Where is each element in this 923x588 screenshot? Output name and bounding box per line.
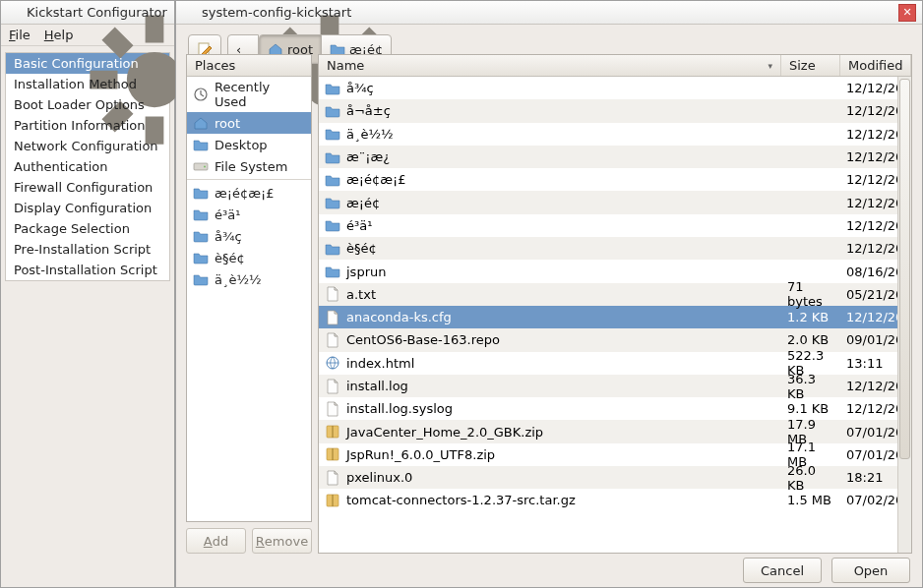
places-item[interactable]: File System xyxy=(187,155,311,177)
file-list-header: Name▾ Size Modified xyxy=(319,55,911,77)
folder-icon xyxy=(325,172,340,188)
zip-icon xyxy=(325,493,340,508)
file-chooser-window: system-config-kickstart ✕ ‹ rootæ¡é¢ Pla… xyxy=(175,0,923,588)
file-name: æ¡é¢ xyxy=(346,196,380,210)
file-name: jsprun xyxy=(346,265,386,279)
file-row[interactable]: è§é¢12/12/2013 xyxy=(319,237,911,260)
folder-icon xyxy=(325,195,340,210)
places-list: Places Recently UsedrootDesktopFile Syst… xyxy=(186,54,312,522)
places-item[interactable]: å¾ç xyxy=(187,225,311,247)
file-icon xyxy=(325,310,340,325)
column-header-size[interactable]: Size xyxy=(781,55,840,76)
file-row[interactable]: install.log36.3 KB12/12/2013 xyxy=(319,375,911,397)
sort-indicator-icon: ▾ xyxy=(768,61,772,71)
kickstart-title: Kickstart Configurator xyxy=(27,5,167,20)
nav-item[interactable]: Package Selection xyxy=(6,218,169,239)
kickstart-configurator-window: Kickstart Configurator File Help Basic C… xyxy=(0,0,175,588)
file-row[interactable]: anaconda-ks.cfg1.2 KB12/12/2013 xyxy=(319,306,911,328)
file-size: 1.5 MB xyxy=(781,493,840,507)
folder-icon xyxy=(193,228,209,244)
file-name: index.html xyxy=(346,356,414,371)
places-item-label: Recently Used xyxy=(215,80,305,109)
file-name: è§é¢ xyxy=(346,241,377,256)
folder-icon xyxy=(325,103,340,119)
file-name: æ¡é¢æ¡£ xyxy=(346,172,406,187)
file-row[interactable]: é³ä¹12/12/2013 xyxy=(319,214,911,237)
places-item[interactable]: è§é¢ xyxy=(187,247,311,268)
remove-bookmark-button[interactable]: Remove xyxy=(252,528,312,554)
nav-item[interactable]: Partition Information xyxy=(6,115,169,136)
file-name: JspRun!_6.0.0_UTF8.zip xyxy=(346,447,495,462)
scrollbar-thumb[interactable] xyxy=(899,79,910,459)
file-size: 36.3 KB xyxy=(781,372,840,401)
file-chooser-titlebar[interactable]: system-config-kickstart ✕ xyxy=(176,1,922,25)
home-icon xyxy=(193,115,209,131)
file-row[interactable]: ä¸è½½12/12/2013 xyxy=(319,123,911,146)
gear-icon xyxy=(7,6,21,20)
places-item-label: å¾ç xyxy=(215,229,242,244)
file-row[interactable]: å¾ç12/12/2013 xyxy=(319,77,911,99)
file-row[interactable]: a.txt71 bytes05/21/2014 xyxy=(319,283,911,306)
folder-icon xyxy=(325,241,340,257)
folder-icon xyxy=(193,271,209,287)
places-item[interactable]: æ¡é¢æ¡£ xyxy=(187,182,311,204)
folder-icon xyxy=(325,126,340,142)
menu-file[interactable]: File xyxy=(9,28,31,42)
folder-icon xyxy=(325,81,340,96)
folder-icon xyxy=(193,185,209,201)
file-row[interactable]: pxelinux.026.0 KB18:21 xyxy=(319,466,911,489)
folder-icon xyxy=(325,217,340,233)
folder-icon xyxy=(193,137,209,152)
places-item[interactable]: é³ä¹ xyxy=(187,204,311,225)
separator xyxy=(187,179,311,180)
file-row[interactable]: æ¡é¢12/12/2013 xyxy=(319,191,911,213)
file-name: æ¨¡æ¿ xyxy=(346,149,390,164)
file-icon xyxy=(325,401,340,417)
places-panel: Places Recently UsedrootDesktopFile Syst… xyxy=(186,54,312,554)
file-name: CentOS6-Base-163.repo xyxy=(346,332,500,347)
column-header-modified[interactable]: Modified xyxy=(840,55,911,76)
file-row[interactable]: æ¨¡æ¿12/12/2013 xyxy=(319,146,911,168)
kickstart-titlebar[interactable]: Kickstart Configurator xyxy=(1,1,174,25)
nav-item[interactable]: Display Configuration xyxy=(6,198,169,218)
file-name: a.txt xyxy=(346,287,376,302)
drive-icon xyxy=(193,158,209,174)
file-size: 1.2 KB xyxy=(781,310,840,324)
places-item[interactable]: ä¸è½½ xyxy=(187,268,311,290)
folder-icon xyxy=(325,264,340,279)
file-size: 26.0 KB xyxy=(781,463,840,493)
vertical-scrollbar[interactable] xyxy=(897,77,911,553)
folder-icon xyxy=(325,149,340,165)
file-row[interactable]: å¬å±ç12/12/2013 xyxy=(319,99,911,122)
nav-item[interactable]: Firewall Configuration xyxy=(6,177,169,198)
file-icon xyxy=(325,470,340,486)
nav-item[interactable]: Post-Installation Script xyxy=(6,260,169,280)
column-header-name[interactable]: Name▾ xyxy=(319,55,781,76)
nav-item[interactable]: Authentication xyxy=(6,156,169,177)
nav-item[interactable]: Pre-Installation Script xyxy=(6,239,169,260)
places-item[interactable]: Desktop xyxy=(187,134,311,155)
gear-icon xyxy=(182,6,196,20)
menu-help[interactable]: Help xyxy=(44,28,74,42)
file-icon xyxy=(325,286,340,302)
cancel-button[interactable]: Cancel xyxy=(743,558,822,583)
add-bookmark-button[interactable]: Add xyxy=(186,528,246,554)
places-item-label: è§é¢ xyxy=(215,251,245,265)
places-item-label: æ¡é¢æ¡£ xyxy=(215,186,275,201)
html-icon xyxy=(325,355,340,371)
file-name: pxelinux.0 xyxy=(346,470,412,485)
file-name: å¬å±ç xyxy=(346,103,391,118)
places-item[interactable]: root xyxy=(187,112,311,134)
places-header: Places xyxy=(187,55,311,77)
file-size: 71 bytes xyxy=(781,279,840,309)
close-icon[interactable]: ✕ xyxy=(898,4,916,22)
places-item-label: Desktop xyxy=(215,138,268,152)
file-row[interactable]: æ¡é¢æ¡£12/12/2013 xyxy=(319,168,911,191)
open-button[interactable]: Open xyxy=(831,558,910,583)
folder-icon xyxy=(193,250,209,265)
places-item[interactable]: Recently Used xyxy=(187,77,311,112)
file-icon xyxy=(325,332,340,348)
nav-item[interactable]: Network Configuration xyxy=(6,136,169,156)
file-row[interactable]: tomcat-connectors-1.2.37-src.tar.gz1.5 M… xyxy=(319,489,911,511)
clock-icon xyxy=(193,87,209,102)
